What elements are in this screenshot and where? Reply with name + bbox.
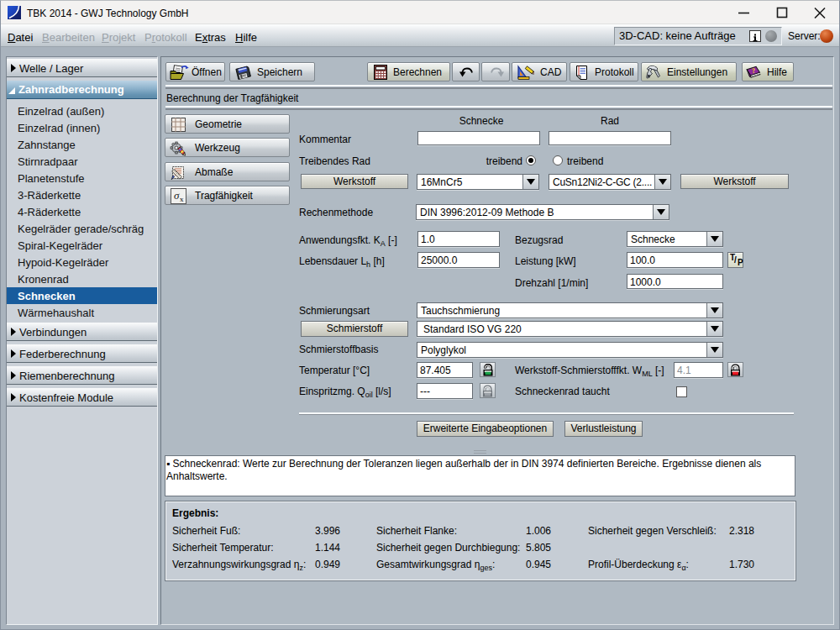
svg-text:σ: σ <box>174 189 180 202</box>
svg-text:x: x <box>180 195 184 203</box>
